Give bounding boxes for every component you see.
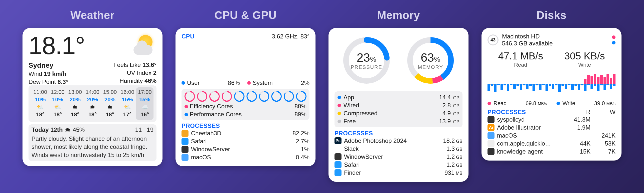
user-pct: 86%	[228, 79, 240, 86]
memory-gauge: 63%MEMORY	[406, 35, 456, 85]
core-donut	[284, 91, 294, 102]
memory-breakdown: App14.4 GBWired2.8 GBCompressed4.9 GBFre…	[334, 91, 462, 127]
process-row[interactable]: ⋮⋮Slack1.3 GB	[334, 145, 462, 153]
system-dot	[247, 81, 251, 85]
eff-dot	[184, 105, 188, 108]
process-row[interactable]: com.apple.quicklo…44K53K	[488, 140, 616, 148]
hour-col[interactable]: 17:0015%☁️16°	[136, 87, 154, 120]
current-temp: 18.1°	[28, 33, 85, 58]
process-row[interactable]: AiAdobe Illustrator1.9M-	[488, 124, 616, 132]
hour-col[interactable]: 16:0015%⛅17°	[119, 87, 136, 120]
core-donut	[296, 91, 306, 102]
process-row[interactable]: Safari1.2 GB	[334, 161, 462, 169]
mem-proc-header: PROCESSES	[334, 130, 462, 137]
process-row[interactable]: PsAdobe Photoshop 202418.2 GB	[334, 137, 462, 145]
core-donut	[197, 91, 208, 102]
disk-dot-read	[612, 41, 616, 44]
perf-pct: 89%	[294, 111, 306, 118]
cpu-chart	[182, 42, 310, 77]
system-pct: 2%	[301, 79, 310, 86]
summary-text: Partly cloudy. Slight chance of an after…	[32, 135, 154, 159]
system-label: System	[253, 79, 273, 86]
eff-label: Efficiency Cores	[190, 103, 233, 110]
process-row[interactable]: macOS-241K	[488, 132, 616, 140]
disk-avail: 546.3 GB available	[502, 40, 608, 47]
core-donut	[259, 91, 270, 102]
process-row[interactable]: WindowServer1%	[182, 145, 310, 153]
uv-row: UV Index 2	[114, 69, 156, 76]
section-title-disks: Disks	[536, 9, 566, 21]
hour-col[interactable]: 12:0010%⛅18°	[49, 87, 66, 120]
hour-col[interactable]: 11:0010%⛅18°	[32, 87, 49, 120]
weather-card: 18.1° Sydney Wind 19 km/h Dew Point 6.3°…	[22, 28, 162, 166]
core-donut	[184, 91, 195, 102]
summary-high: 19	[147, 126, 154, 133]
core-donut	[234, 91, 244, 102]
wind-row: Wind 19 km/h	[28, 70, 68, 77]
read-speed: 47.1 MB/s	[498, 50, 543, 62]
disks-card: 43 Macintosh HD 546.3 GB available 47.1 …	[482, 28, 622, 161]
legend-write: Write	[562, 100, 575, 107]
disk-chart	[488, 70, 616, 98]
process-row[interactable]: Safari2.7%	[182, 137, 310, 145]
legend-read-val: 69.8 MB/s	[526, 100, 547, 107]
forecast-summary: Today 12th 🌧 45% 11 19 Partly cloudy. Sl…	[28, 124, 156, 161]
disk-name: Macintosh HD	[502, 33, 608, 40]
city-label: Sydney	[28, 61, 68, 69]
disk-dot-write	[612, 35, 616, 39]
hour-col[interactable]: 14:0020%🌧18°	[84, 87, 101, 120]
process-row[interactable]: syspolicyd41.3M-	[488, 116, 616, 124]
cpu-proc-header: PROCESSES	[182, 122, 310, 129]
memory-card: 23%PRESSURE 63%MEMORY App14.4 GBWired2.8…	[328, 28, 468, 182]
section-title-weather: Weather	[70, 9, 114, 21]
section-title-cpu: CPU & GPU	[214, 9, 277, 21]
cpu-freq-temp: 3.62 GHz, 83°	[272, 33, 310, 40]
summary-rain: 45%	[73, 126, 85, 133]
perf-label: Performance Cores	[190, 111, 242, 118]
weather-icon	[132, 33, 156, 58]
process-row[interactable]: knowledge-agent15K7K	[488, 148, 616, 156]
legend-write-val: 39.0 MB/s	[594, 100, 616, 107]
process-row[interactable]: Finder931 MB	[334, 169, 462, 177]
mem-row: Free13.9 GB	[338, 117, 460, 125]
hour-col[interactable]: 13:0020%🌧18°	[66, 87, 84, 120]
core-donut	[271, 91, 282, 102]
core-donut	[222, 91, 232, 102]
pressure-gauge: 23%PRESSURE	[342, 35, 392, 85]
cpu-header: CPU	[182, 33, 194, 40]
mem-row: App14.4 GB	[338, 93, 460, 101]
col-w: W	[590, 109, 616, 116]
disk-badge: 43	[488, 34, 498, 45]
user-dot	[182, 81, 185, 85]
process-row[interactable]: Cheetah3D82.2%	[182, 129, 310, 137]
hourly-forecast: 11:0010%⛅18°12:0010%⛅18°13:0020%🌧18°14:0…	[28, 85, 156, 122]
rain-icon: 🌧	[65, 126, 71, 133]
perf-dot	[184, 113, 188, 116]
core-donut	[209, 91, 220, 102]
hour-col[interactable]: 15:0020%🌧18°	[101, 87, 119, 120]
section-title-memory: Memory	[377, 9, 420, 21]
mem-row: Compressed4.9 GB	[338, 109, 460, 117]
feels-row: Feels Like 13.6°	[114, 61, 156, 68]
process-row[interactable]: WindowServer1.2 GB	[334, 153, 462, 161]
summary-lead: Today 12th	[32, 126, 63, 133]
disk-proc-header: PROCESSES	[488, 109, 566, 116]
user-label: User	[187, 79, 200, 86]
process-row[interactable]: macOS0.4%	[182, 153, 310, 161]
mem-row: Wired2.8 GB	[338, 101, 460, 109]
dew-row: Dew Point 6.3°	[28, 78, 68, 85]
cpu-card: CPU 3.62 GHz, 83° User 86% System 2% Eff…	[176, 28, 316, 166]
legend-write-dot	[556, 102, 560, 105]
legend-read-dot	[488, 102, 491, 105]
write-speed: 305 KB/s	[564, 50, 605, 62]
col-r: R	[566, 109, 590, 116]
humidity-row: Humidity 46%	[114, 77, 156, 84]
summary-low: 11	[135, 126, 142, 133]
legend-read: Read	[494, 100, 507, 107]
eff-pct: 88%	[294, 103, 306, 110]
cores-card: Efficiency Cores 88% Performance Cores 8…	[182, 89, 310, 120]
core-donut	[246, 91, 257, 102]
